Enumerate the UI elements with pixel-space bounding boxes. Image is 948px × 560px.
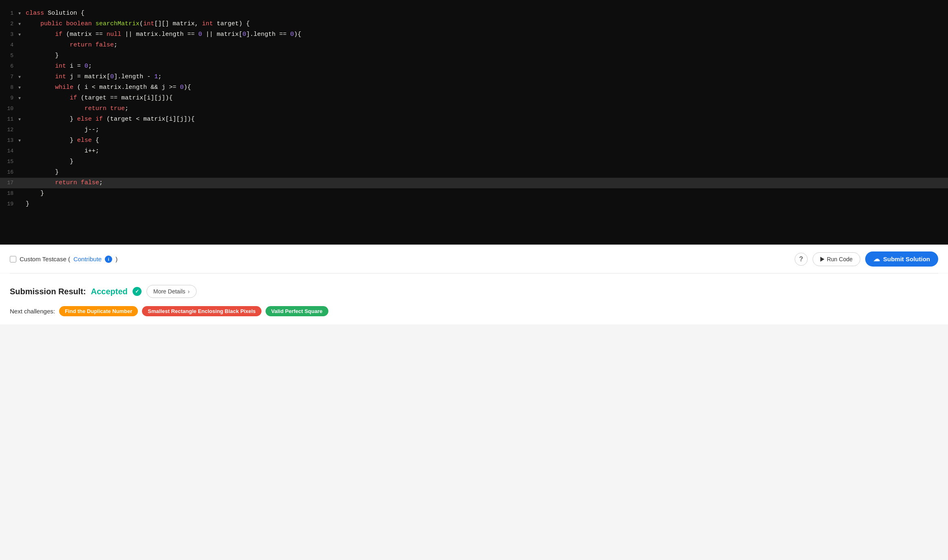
line-number-3: 3 bbox=[0, 31, 18, 39]
code-line-15: 15 } bbox=[0, 157, 948, 167]
code-line-16: 16 } bbox=[0, 167, 948, 178]
fold-arrow-1[interactable]: ▼ bbox=[18, 11, 25, 17]
run-code-button[interactable]: Run Code bbox=[813, 252, 860, 266]
bottom-toolbar: Custom Testcase ( Contribute i ) ? Run C… bbox=[0, 245, 948, 273]
line-number-9: 9 bbox=[0, 94, 18, 103]
run-icon bbox=[820, 257, 824, 262]
code-content-11: } else if (target < matrix[i][j]){ bbox=[26, 115, 195, 124]
line-number-13: 13 bbox=[0, 137, 18, 145]
custom-testcase-checkbox[interactable] bbox=[10, 256, 16, 262]
more-details-button[interactable]: More Details › bbox=[146, 285, 197, 298]
code-line-2: 2 ▼ public boolean searchMatrix(int[][] … bbox=[0, 19, 948, 29]
line-number-12: 12 bbox=[0, 126, 18, 134]
line-number-15: 15 bbox=[0, 158, 18, 166]
code-line-1: 1 ▼ class Solution { bbox=[0, 8, 948, 19]
line-number-11: 11 bbox=[0, 115, 18, 124]
line-number-7: 7 bbox=[0, 73, 18, 82]
testcase-label: Custom Testcase ( bbox=[20, 256, 70, 262]
line-number-10: 10 bbox=[0, 105, 18, 113]
code-line-8: 8 ▼ while ( i < matrix.length && j >= 0)… bbox=[0, 82, 948, 93]
line-number-2: 2 bbox=[0, 20, 18, 29]
code-content-2: public boolean searchMatrix(int[][] matr… bbox=[26, 19, 250, 29]
line-number-16: 16 bbox=[0, 168, 18, 177]
code-editor[interactable]: 1 ▼ class Solution { 2 ▼ public boolean … bbox=[0, 0, 948, 245]
fold-arrow-7[interactable]: ▼ bbox=[18, 74, 25, 81]
next-challenges-label: Next challenges: bbox=[10, 308, 55, 315]
submission-result-prefix: Submission Result: bbox=[10, 287, 86, 296]
code-line-14: 14 i++; bbox=[0, 146, 948, 157]
code-content-6: int i = 0; bbox=[26, 62, 92, 71]
fold-arrow-13[interactable]: ▼ bbox=[18, 138, 25, 144]
code-content-1: class Solution { bbox=[26, 9, 84, 18]
more-details-label: More Details bbox=[153, 288, 186, 295]
code-content-14: i++; bbox=[26, 146, 99, 156]
code-content-5: } bbox=[26, 51, 59, 61]
code-content-9: if (target == matrix[i][j]){ bbox=[26, 93, 173, 103]
info-icon[interactable]: i bbox=[105, 256, 112, 263]
result-header: Submission Result: Accepted ✓ More Detai… bbox=[10, 285, 938, 298]
code-line-6: 6 int i = 0; bbox=[0, 61, 948, 72]
code-content-15: } bbox=[26, 157, 73, 167]
code-content-10: return true; bbox=[26, 104, 128, 114]
challenge-badge-valid-perfect-square[interactable]: Valid Perfect Square bbox=[266, 306, 328, 316]
testcase-suffix: ) bbox=[115, 256, 117, 262]
code-line-4: 4 return false; bbox=[0, 40, 948, 51]
code-content-18: } bbox=[26, 189, 44, 198]
run-code-label: Run Code bbox=[827, 256, 853, 262]
next-challenges: Next challenges: Find the Duplicate Numb… bbox=[10, 306, 938, 316]
line-number-17: 17 bbox=[0, 179, 18, 187]
code-line-10: 10 return true; bbox=[0, 104, 948, 114]
fold-arrow-9[interactable]: ▼ bbox=[18, 95, 25, 102]
help-button[interactable]: ? bbox=[795, 253, 808, 266]
line-number-4: 4 bbox=[0, 41, 18, 50]
code-content-8: while ( i < matrix.length && j >= 0){ bbox=[26, 83, 191, 93]
code-content-17: return false; bbox=[26, 178, 103, 188]
code-content-13: } else { bbox=[26, 136, 99, 146]
code-content-19: } bbox=[26, 199, 29, 209]
code-line-3: 3 ▼ if (matrix == null || matrix.length … bbox=[0, 29, 948, 40]
code-line-13: 13 ▼ } else { bbox=[0, 135, 948, 146]
code-line-11: 11 ▼ } else if (target < matrix[i][j]){ bbox=[0, 114, 948, 125]
results-area: Submission Result: Accepted ✓ More Detai… bbox=[0, 273, 948, 324]
submit-solution-button[interactable]: ☁ Submit Solution bbox=[865, 251, 938, 267]
submit-label: Submit Solution bbox=[883, 256, 930, 262]
fold-arrow-11[interactable]: ▼ bbox=[18, 117, 25, 123]
code-content-7: int j = matrix[0].length - 1; bbox=[26, 72, 162, 82]
line-number-1: 1 bbox=[0, 9, 18, 18]
code-line-7: 7 ▼ int j = matrix[0].length - 1; bbox=[0, 72, 948, 82]
code-line-19: 19 } bbox=[0, 199, 948, 209]
line-number-14: 14 bbox=[0, 147, 18, 156]
line-number-19: 19 bbox=[0, 200, 18, 209]
accepted-check-icon: ✓ bbox=[133, 287, 142, 296]
fold-arrow-3[interactable]: ▼ bbox=[18, 32, 25, 38]
code-line-18: 18 } bbox=[0, 188, 948, 199]
fold-arrow-2[interactable]: ▼ bbox=[18, 21, 25, 28]
code-content-3: if (matrix == null || matrix.length == 0… bbox=[26, 30, 301, 40]
chevron-right-icon: › bbox=[188, 288, 190, 295]
challenge-badge-find-duplicate[interactable]: Find the Duplicate Number bbox=[59, 306, 138, 316]
code-content-4: return false; bbox=[26, 40, 117, 50]
line-number-5: 5 bbox=[0, 52, 18, 60]
code-content-12: j--; bbox=[26, 125, 99, 135]
fold-arrow-8[interactable]: ▼ bbox=[18, 85, 25, 91]
challenge-badge-smallest-rectangle[interactable]: Smallest Rectangle Enclosing Black Pixel… bbox=[142, 306, 261, 316]
code-line-17: 17 return false; bbox=[0, 178, 948, 188]
custom-testcase-area: Custom Testcase ( Contribute i ) bbox=[10, 256, 117, 263]
line-number-18: 18 bbox=[0, 190, 18, 198]
cloud-upload-icon: ☁ bbox=[873, 255, 880, 263]
contribute-link[interactable]: Contribute bbox=[73, 256, 102, 262]
code-line-9: 9 ▼ if (target == matrix[i][j]){ bbox=[0, 93, 948, 104]
line-number-6: 6 bbox=[0, 62, 18, 71]
code-line-12: 12 j--; bbox=[0, 125, 948, 135]
toolbar-right: ? Run Code ☁ Submit Solution bbox=[795, 251, 938, 267]
submission-status: Accepted bbox=[91, 287, 128, 296]
line-number-8: 8 bbox=[0, 84, 18, 92]
code-content-16: } bbox=[26, 168, 59, 177]
code-line-5: 5 } bbox=[0, 51, 948, 61]
